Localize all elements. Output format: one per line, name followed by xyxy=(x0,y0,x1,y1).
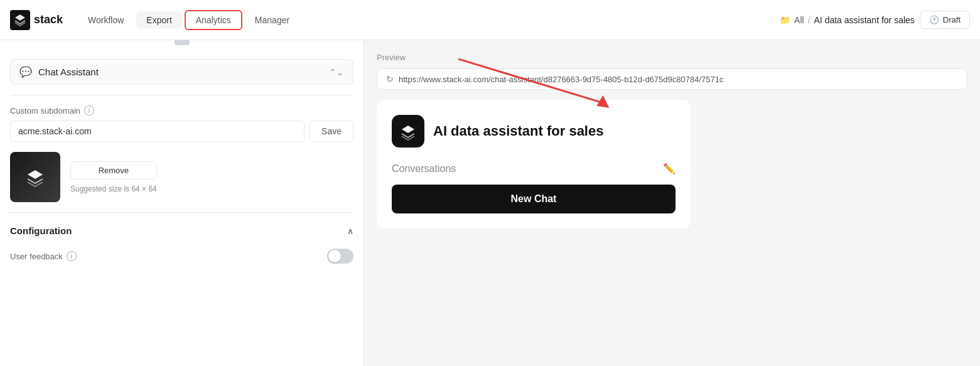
chat-assistant-label: Chat Assistant xyxy=(38,67,99,77)
breadcrumb-separator: / xyxy=(808,15,810,25)
logo-row: Remove Suggested size is 64 × 64 xyxy=(10,152,353,202)
tab-export[interactable]: Export xyxy=(136,11,181,29)
right-panel: Preview ↻ https://www.stack-ai.com/chat-… xyxy=(364,40,980,366)
scroll-indicator[interactable] xyxy=(175,40,190,45)
tab-manager[interactable]: Manager xyxy=(245,11,299,29)
chevron-up-icon: ∧ xyxy=(347,226,353,236)
main-layout: 💬 Chat Assistant ⌃⌄ Custom subdomain i S… xyxy=(0,40,980,366)
tab-analytics[interactable]: Analytics xyxy=(185,10,242,30)
chat-assistant-left: 💬 Chat Assistant xyxy=(19,66,99,78)
url-text: https://www.stack-ai.com/chat-assistant/… xyxy=(399,75,723,84)
subdomain-row: Save xyxy=(10,121,353,142)
user-feedback-info-icon[interactable]: i xyxy=(67,251,77,261)
user-feedback-label-row: User feedback i xyxy=(10,251,77,261)
clock-icon: 🕐 xyxy=(929,15,939,24)
logo-controls: Remove Suggested size is 64 × 64 xyxy=(70,161,157,193)
breadcrumb: 📁 All / AI data assistant for sales xyxy=(780,15,915,25)
save-button[interactable]: Save xyxy=(310,121,353,142)
app-logo-text: stack xyxy=(34,13,63,26)
chat-app-logo-icon xyxy=(398,121,418,141)
logo-area: stack xyxy=(10,10,63,30)
header-right: 📁 All / AI data assistant for sales 🕐 Dr… xyxy=(780,11,970,29)
subdomain-input[interactable] xyxy=(10,121,304,142)
tab-workflow[interactable]: Workflow xyxy=(78,11,134,29)
remove-logo-button[interactable]: Remove xyxy=(70,161,157,180)
subdomain-field-label: Custom subdomain i xyxy=(10,105,353,116)
chevron-updown-icon: ⌃⌄ xyxy=(329,67,344,77)
config-header[interactable]: Configuration ∧ xyxy=(10,223,353,239)
chat-app-header: AI data assistant for sales xyxy=(392,115,676,148)
preview-label: Preview xyxy=(377,53,967,62)
breadcrumb-all[interactable]: All xyxy=(794,15,804,25)
nav-tabs: Workflow Export Analytics Manager xyxy=(78,10,299,30)
chat-bubble-icon: 💬 xyxy=(19,66,32,78)
left-panel: 💬 Chat Assistant ⌃⌄ Custom subdomain i S… xyxy=(0,40,364,366)
conversations-row: Conversations ✏️ xyxy=(392,163,676,175)
edit-icon[interactable]: ✏️ xyxy=(663,163,676,175)
config-section: Configuration ∧ User feedback i xyxy=(10,223,353,264)
app-logo-preview xyxy=(10,152,60,202)
draft-label: Draft xyxy=(943,15,961,24)
divider-1 xyxy=(10,95,353,95)
stack-logo-icon xyxy=(10,10,30,30)
chat-app-title: AI data assistant for sales xyxy=(433,123,603,139)
chat-assistant-selector[interactable]: 💬 Chat Assistant ⌃⌄ xyxy=(10,59,353,85)
refresh-icon[interactable]: ↻ xyxy=(386,74,394,84)
subdomain-label-text: Custom subdomain xyxy=(10,106,80,116)
new-chat-button[interactable]: New Chat xyxy=(392,185,676,213)
user-feedback-field: User feedback i xyxy=(10,249,353,264)
logo-preview-icon xyxy=(21,163,49,191)
breadcrumb-project-name: AI data assistant for sales xyxy=(814,15,915,25)
config-title: Configuration xyxy=(10,225,72,236)
divider-2 xyxy=(10,212,353,213)
toggle-knob xyxy=(328,250,341,262)
folder-icon: 📁 xyxy=(780,15,790,25)
chat-preview-card: AI data assistant for sales Conversation… xyxy=(377,100,691,229)
user-feedback-toggle[interactable] xyxy=(327,249,353,264)
subdomain-info-icon[interactable]: i xyxy=(84,105,94,116)
chat-app-icon xyxy=(392,115,424,148)
conversations-label: Conversations xyxy=(392,163,456,175)
header: stack Workflow Export Analytics Manager … xyxy=(0,0,980,40)
logo-size-hint: Suggested size is 64 × 64 xyxy=(70,185,157,193)
draft-button[interactable]: 🕐 Draft xyxy=(920,11,970,29)
user-feedback-label: User feedback xyxy=(10,252,63,261)
url-bar: ↻ https://www.stack-ai.com/chat-assistan… xyxy=(377,68,967,90)
